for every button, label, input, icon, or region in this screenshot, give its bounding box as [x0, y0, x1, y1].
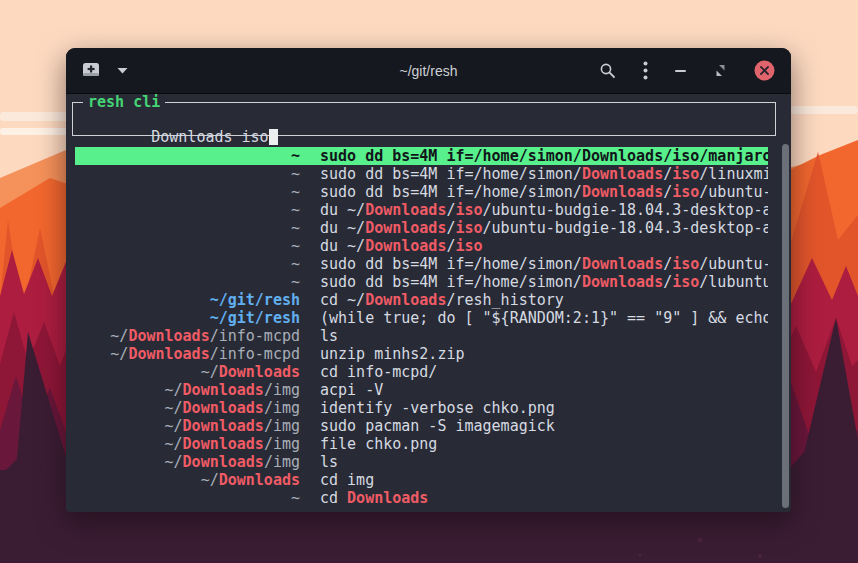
match-highlight: iso — [672, 165, 699, 183]
tab-chevron-icon[interactable] — [117, 67, 128, 74]
text-segment: cd — [320, 489, 347, 507]
row-command: acpi -V — [320, 381, 383, 399]
resh-search-box[interactable]: resh cli Downloads iso — [72, 102, 776, 136]
history-row[interactable]: ~/Downloads/info-mcpdls — [75, 327, 768, 345]
history-row[interactable]: ~/git/reshcd ~/Downloads/resh_history — [75, 291, 768, 309]
match-highlight: Downloads — [365, 237, 446, 255]
row-command: sudo dd bs=4M if=/home/simon/Downloads/i… — [320, 183, 768, 201]
history-row[interactable]: ~/Downloads/imgidentify -verbose chko.pn… — [75, 399, 768, 417]
row-working-directory: ~ — [75, 165, 300, 183]
text-segment: ~ — [291, 219, 300, 237]
match-highlight: Downloads — [219, 471, 300, 489]
text-segment: du ~/ — [320, 219, 365, 237]
row-command: sudo pacman -S imagemagick — [320, 417, 555, 435]
match-highlight: Downloads — [183, 435, 264, 453]
history-row[interactable]: ~du ~/Downloads/iso/ubuntu-budgie-18.04.… — [75, 219, 768, 237]
row-working-directory: ~ — [75, 489, 300, 507]
row-working-directory: ~/Downloads — [75, 471, 300, 489]
text-segment: ~/ — [110, 345, 128, 363]
text-segment: du ~/ — [320, 201, 365, 219]
match-highlight: Downloads — [128, 327, 209, 345]
history-row[interactable]: ~du ~/Downloads/iso — [75, 237, 768, 255]
text-segment: / — [663, 273, 672, 291]
history-row[interactable]: ~/git/resh(while true; do [ "${RANDOM:2:… — [75, 309, 768, 327]
history-row[interactable]: ~/Downloads/imgsudo pacman -S imagemagic… — [75, 417, 768, 435]
match-highlight: Downloads — [183, 399, 264, 417]
row-working-directory: ~ — [75, 201, 300, 219]
row-working-directory: ~ — [75, 237, 300, 255]
text-segment: cd info-mcpd/ — [320, 363, 437, 381]
row-command: cd img — [320, 471, 374, 489]
new-tab-icon[interactable] — [82, 62, 101, 79]
row-command: ls — [320, 327, 338, 345]
match-highlight: Downloads — [582, 273, 663, 291]
minimize-icon[interactable] — [675, 69, 687, 73]
text-segment: /img — [264, 435, 300, 453]
history-row[interactable]: ~/Downloads/imgacpi -V — [75, 381, 768, 399]
kebab-menu-icon[interactable] — [643, 61, 648, 80]
text-segment: ~/ — [201, 471, 219, 489]
text-segment: ~ — [291, 165, 300, 183]
row-command: du ~/Downloads/iso/ubuntu-budgie-18.04.3… — [320, 201, 768, 219]
history-row[interactable]: ~/Downloads/info-mcpdunzip minhs2.zip — [75, 345, 768, 363]
row-working-directory: ~ — [75, 255, 300, 273]
match-highlight: Downloads — [183, 453, 264, 471]
text-segment: /info-mcpd — [210, 327, 300, 345]
match-highlight: iso — [672, 183, 699, 201]
match-highlight: Downloads — [365, 291, 446, 309]
history-row[interactable]: ~/Downloadscd img — [75, 471, 768, 489]
restore-icon[interactable] — [714, 64, 727, 77]
terminal-scrollbar-thumb[interactable] — [782, 144, 789, 508]
match-highlight: iso — [455, 237, 482, 255]
text-segment: /ubuntu-budgie-18.04.3-desktop-a — [483, 201, 768, 219]
text-segment: /img — [264, 417, 300, 435]
text-segment: ~/ — [165, 453, 183, 471]
history-row[interactable]: ~sudo dd bs=4M if=/home/simon/Downloads/… — [75, 165, 768, 183]
match-highlight: iso — [672, 273, 699, 291]
match-highlight: iso — [455, 219, 482, 237]
text-segment: sudo pacman -S imagemagick — [320, 417, 555, 435]
history-row[interactable]: ~du ~/Downloads/iso/ubuntu-budgie-18.04.… — [75, 201, 768, 219]
row-command: ls — [320, 453, 338, 471]
text-segment: du ~/ — [320, 237, 365, 255]
row-working-directory: ~/git/resh — [75, 309, 300, 327]
text-segment: unzip minhs2.zip — [320, 345, 465, 363]
history-row[interactable]: ~/Downloads/imgls — [75, 453, 768, 471]
resh-cli-panel: resh cli Downloads iso ~sudo dd bs=4M if… — [66, 94, 791, 512]
text-segment: / — [663, 183, 672, 201]
history-row[interactable]: ~sudo dd bs=4M if=/home/simon/Downloads/… — [75, 273, 768, 291]
text-segment: /resh_history — [446, 291, 563, 309]
history-row[interactable]: ~/Downloadscd info-mcpd/ — [75, 363, 768, 381]
row-working-directory: ~/Downloads/info-mcpd — [75, 327, 300, 345]
history-row[interactable]: ~cd Downloads — [75, 489, 768, 507]
row-working-directory: ~/Downloads/img — [75, 381, 300, 399]
text-segment: /lubuntu — [699, 273, 768, 291]
close-icon[interactable] — [754, 60, 775, 81]
match-highlight: Downloads — [365, 219, 446, 237]
row-working-directory: ~/Downloads/info-mcpd — [75, 345, 300, 363]
match-highlight: Downloads — [582, 255, 663, 273]
history-row[interactable]: ~/Downloads/imgfile chko.png — [75, 435, 768, 453]
text-segment: ~ — [291, 201, 300, 219]
text-segment: sudo dd bs=4M if=/home/simon/ — [320, 183, 582, 201]
text-segment: ~/ — [165, 399, 183, 417]
text-segment: file chko.png — [320, 435, 437, 453]
row-command: sudo dd bs=4M if=/home/simon/Downloads/i… — [320, 255, 768, 273]
row-working-directory: ~ — [75, 273, 300, 291]
row-working-directory: ~/Downloads/img — [75, 399, 300, 417]
text-segment: sudo dd bs=4M if=/home/simon/ — [320, 255, 582, 273]
row-working-directory: ~/Downloads/img — [75, 417, 300, 435]
search-icon[interactable] — [599, 62, 616, 79]
text-segment: /img — [264, 381, 300, 399]
text-segment: /img — [264, 453, 300, 471]
row-command: cd ~/Downloads/resh_history — [320, 291, 564, 309]
text-segment: ~ — [291, 273, 300, 291]
text-segment: acpi -V — [320, 381, 383, 399]
history-row[interactable]: ~sudo dd bs=4M if=/home/simon/Downloads/… — [75, 183, 768, 201]
search-query-input[interactable]: Downloads iso — [151, 128, 268, 146]
text-cursor — [269, 129, 278, 145]
history-row[interactable]: ~sudo dd bs=4M if=/home/simon/Downloads/… — [75, 255, 768, 273]
match-highlight: Downloads — [219, 363, 300, 381]
history-list: ~sudo dd bs=4M if=/home/simon/Downloads/… — [66, 147, 791, 507]
terminal-titlebar[interactable]: ~/git/resh — [66, 48, 791, 94]
